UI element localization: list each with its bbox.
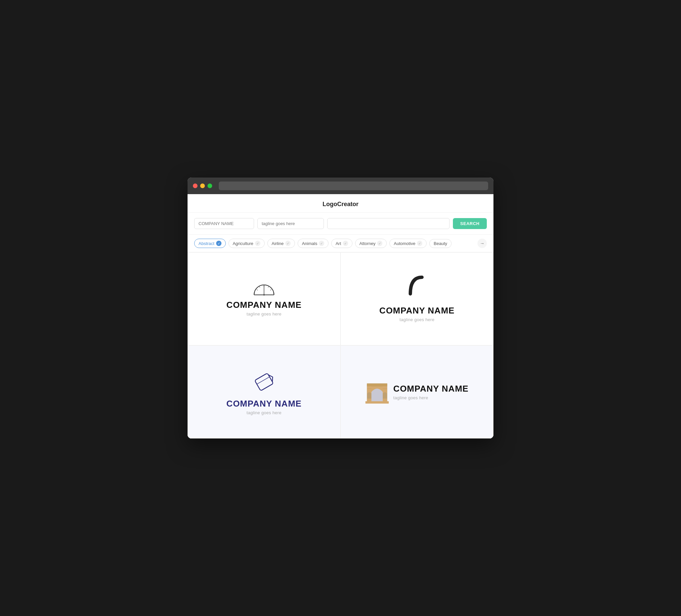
logo-inner-3: COMPANY NAME tagline goes here: [226, 369, 302, 415]
filter-chip-beauty[interactable]: Beauty: [429, 239, 451, 248]
curve-icon: [404, 276, 430, 302]
filter-chip-automotive[interactable]: Automotive ✓: [389, 239, 427, 248]
app-content: LogoCreator SEARCH Abstract ✓ Agricultur…: [187, 194, 494, 438]
address-bar[interactable]: [219, 181, 488, 190]
traffic-light-green[interactable]: [207, 183, 212, 188]
filter-check-attorney: ✓: [377, 241, 382, 246]
filter-label-airline: Airline: [272, 241, 284, 246]
logo-inner-1: COMPANY NAME tagline goes here: [226, 282, 302, 316]
logo1-company: COMPANY NAME: [226, 300, 302, 310]
filter-check-animals: ✓: [319, 241, 324, 246]
extra-input[interactable]: [327, 218, 450, 229]
filter-bar: Abstract ✓ Agriculture ✓ Airline ✓ Anima…: [187, 235, 494, 252]
filter-chip-animals[interactable]: Animals ✓: [298, 239, 329, 248]
logo4-tagline: tagline goes here: [394, 395, 469, 400]
svg-rect-17: [365, 401, 389, 404]
search-button[interactable]: SEARCH: [453, 218, 487, 229]
filter-label-art: Art: [335, 241, 341, 246]
logo-grid: COMPANY NAME tagline goes here COMPANY N…: [187, 252, 494, 438]
filter-label-beauty: Beauty: [434, 241, 447, 246]
browser-window: LogoCreator SEARCH Abstract ✓ Agricultur…: [187, 178, 494, 438]
tagline-input[interactable]: [257, 218, 324, 229]
filter-chip-airline[interactable]: Airline ✓: [267, 239, 295, 248]
traffic-light-red[interactable]: [193, 183, 198, 188]
logo2-company: COMPANY NAME: [379, 306, 455, 316]
logo-cell-4[interactable]: COMPANY NAME tagline goes here: [340, 345, 494, 438]
svg-point-8: [263, 294, 265, 296]
logo4-text-group: COMPANY NAME tagline goes here: [394, 384, 469, 400]
protractor-icon: [251, 282, 277, 297]
traffic-light-yellow[interactable]: [200, 183, 205, 188]
app-title: LogoCreator: [323, 201, 358, 207]
logo-cell-3[interactable]: COMPANY NAME tagline goes here: [187, 345, 340, 438]
logo3-company: COMPANY NAME: [226, 399, 302, 409]
svg-line-5: [270, 289, 271, 290]
filter-chip-art[interactable]: Art ✓: [331, 239, 352, 248]
filter-label-abstract: Abstract: [199, 241, 215, 246]
logo3-tagline: tagline goes here: [247, 410, 282, 415]
filter-chip-agriculture[interactable]: Agriculture ✓: [228, 239, 265, 248]
logo-cell-2[interactable]: COMPANY NAME tagline goes here: [340, 252, 494, 345]
filter-next-button[interactable]: →: [478, 239, 487, 248]
logo-inner-4: COMPANY NAME tagline goes here: [365, 377, 469, 407]
filter-chip-attorney[interactable]: Attorney ✓: [355, 239, 387, 248]
logo1-tagline: tagline goes here: [247, 311, 282, 316]
diamond-icon: [251, 369, 277, 395]
company-name-input[interactable]: [194, 218, 254, 229]
arch-icon: [365, 377, 389, 404]
svg-rect-12: [367, 384, 387, 386]
logo-cell-1[interactable]: COMPANY NAME tagline goes here: [187, 252, 340, 345]
filter-check-abstract: ✓: [216, 241, 222, 246]
filter-check-agriculture: ✓: [255, 241, 260, 246]
svg-line-1: [257, 289, 258, 290]
logo-inner-2: COMPANY NAME tagline goes here: [379, 276, 455, 322]
logo4-company: COMPANY NAME: [394, 384, 469, 394]
filter-chip-abstract[interactable]: Abstract ✓: [194, 239, 226, 248]
filter-label-animals: Animals: [302, 241, 317, 246]
filter-check-airline: ✓: [285, 241, 291, 246]
filter-label-attorney: Attorney: [359, 241, 375, 246]
filter-check-art: ✓: [343, 241, 348, 246]
search-bar: SEARCH: [187, 213, 494, 235]
app-header: LogoCreator: [187, 194, 494, 213]
browser-titlebar: [187, 178, 494, 194]
filter-check-automotive: ✓: [417, 241, 422, 246]
filter-label-automotive: Automotive: [394, 241, 415, 246]
filter-label-agriculture: Agriculture: [233, 241, 253, 246]
logo2-tagline: tagline goes here: [400, 317, 435, 322]
